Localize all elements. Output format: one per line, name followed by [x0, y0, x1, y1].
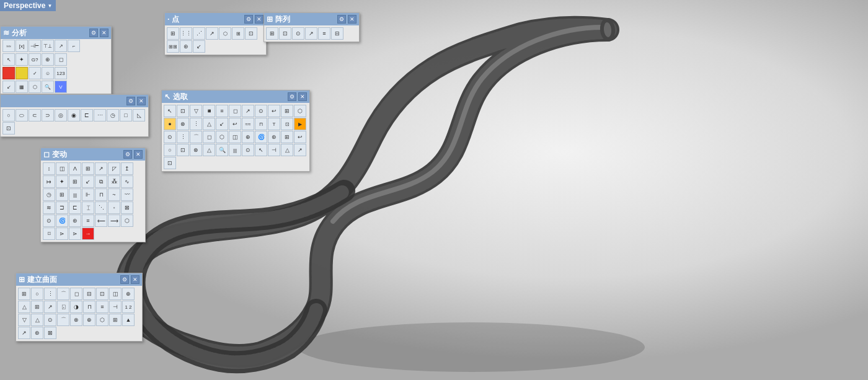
tool-sel-18[interactable]: ≈≈: [242, 118, 254, 130]
tool-t-18[interactable]: ⊩: [82, 188, 94, 201]
tool-surf-18[interactable]: 1 2: [122, 301, 135, 313]
tool-surf-1[interactable]: ⊞: [18, 288, 30, 300]
tool-surf-5[interactable]: ◻: [70, 288, 82, 300]
tool-analyze-17[interactable]: ⬡: [29, 81, 41, 93]
tool-p-3[interactable]: ⋰: [193, 27, 205, 40]
tool-surf-16[interactable]: ≡: [96, 301, 108, 313]
tool-sel-10[interactable]: ⊞: [281, 105, 293, 117]
tool-analyze-4[interactable]: ⊤⊥: [42, 40, 54, 52]
tool-surf-25[interactable]: ⬡: [96, 314, 108, 326]
tool-p-4[interactable]: ↗: [206, 27, 218, 40]
tool-t-23[interactable]: ⊐: [56, 201, 68, 214]
tool-s-9[interactable]: ◷: [107, 109, 119, 122]
tool-sel-19[interactable]: ⊓: [255, 118, 267, 130]
second-close-button[interactable]: ✕: [137, 97, 146, 105]
tool-t-30[interactable]: 🌀: [56, 214, 68, 227]
tool-surf-2[interactable]: ○: [31, 288, 43, 300]
tool-surf-22[interactable]: ⌒: [57, 314, 69, 326]
tool-sel-7[interactable]: ↗: [242, 105, 254, 117]
analyze-close-button[interactable]: ✕: [100, 29, 108, 37]
tool-arr-5[interactable]: ≡: [318, 27, 330, 40]
transform-close-button[interactable]: ✕: [134, 150, 143, 159]
tool-surf-20[interactable]: △: [31, 314, 43, 326]
tool-sel-11[interactable]: ⬡: [294, 105, 306, 117]
tool-surf-21[interactable]: ⊙: [44, 314, 56, 326]
tool-sel-33[interactable]: ↩: [294, 131, 306, 143]
tool-analyze-9[interactable]: G?: [29, 53, 41, 66]
tool-sel-37[interactable]: △: [203, 144, 215, 156]
tool-t-34[interactable]: ⟶: [108, 214, 120, 227]
tool-sel-43[interactable]: △: [281, 144, 293, 156]
tool-t-32[interactable]: ≡: [82, 214, 94, 227]
tool-sel-38[interactable]: 🔍: [216, 144, 228, 156]
tool-sel-1[interactable]: ↖: [164, 105, 176, 117]
tool-arr-3[interactable]: ⊙: [292, 27, 304, 40]
tool-sel-9[interactable]: ↩: [268, 105, 280, 117]
transform-gear-button[interactable]: ⚙: [123, 150, 132, 159]
point-gear-button[interactable]: ⚙: [244, 15, 253, 24]
tool-sel-32[interactable]: ⊞: [281, 131, 293, 143]
tool-sel-13[interactable]: ⊗: [177, 118, 189, 130]
tool-sel-4[interactable]: ◾: [203, 105, 215, 117]
tool-t-22[interactable]: ≋: [43, 201, 55, 214]
tool-p-7[interactable]: ⊡: [245, 27, 257, 40]
tool-surf-29[interactable]: ⊛: [31, 327, 43, 339]
tool-sel-5[interactable]: ≡: [216, 105, 228, 117]
tool-surf-26[interactable]: ⊞: [109, 314, 122, 326]
point-close-button[interactable]: ✕: [255, 15, 264, 24]
tool-sel-25[interactable]: ⌒: [190, 131, 202, 143]
tool-arr-2[interactable]: ⊡: [279, 27, 291, 40]
tool-sel-31[interactable]: ⊛: [268, 131, 280, 143]
tool-surf-27[interactable]: ▲: [122, 314, 135, 326]
tool-s-6[interactable]: ◉: [68, 109, 80, 122]
select-close-button[interactable]: ✕: [298, 92, 307, 101]
tool-surf-12[interactable]: ↗: [44, 301, 56, 313]
tool-t-25[interactable]: ⌶: [82, 201, 94, 214]
tool-sel-28[interactable]: ◫: [229, 131, 241, 143]
tool-t-2[interactable]: ◫: [56, 162, 68, 175]
tool-t-15[interactable]: ◷: [43, 188, 55, 201]
tool-t-37[interactable]: ⋗: [56, 228, 68, 240]
tool-sel-44[interactable]: ↗: [294, 144, 306, 156]
tool-sel-12[interactable]: ●: [164, 118, 176, 130]
tool-sel-6[interactable]: ◻: [229, 105, 241, 117]
tool-sel-2[interactable]: ⊡: [177, 105, 189, 117]
tool-sel-30[interactable]: 🌀: [255, 131, 267, 143]
tool-analyze-15[interactable]: ↙: [2, 81, 15, 93]
tool-surf-10[interactable]: △: [18, 301, 30, 313]
tool-t-14[interactable]: ∿: [121, 175, 133, 188]
tool-sel-15[interactable]: △: [203, 118, 215, 130]
tool-sel-26[interactable]: ◻: [203, 131, 215, 143]
tool-t-12[interactable]: ⧉: [95, 175, 107, 188]
tool-sel-34[interactable]: ○: [164, 144, 176, 156]
tool-t-21[interactable]: 〰: [121, 188, 133, 201]
tool-surf-9[interactable]: ⊕: [122, 288, 135, 300]
tool-t-36[interactable]: ⌑: [43, 228, 55, 240]
tool-sel-21[interactable]: ⊡: [281, 118, 293, 130]
tool-p-2[interactable]: ⋮⋮: [180, 27, 192, 40]
tool-analyze-12[interactable]: ✓: [29, 67, 41, 79]
tool-analyze-2[interactable]: [x]: [16, 40, 28, 52]
tool-analyze-16[interactable]: ▦: [16, 81, 28, 93]
tool-t-5[interactable]: ↗: [95, 162, 107, 175]
tool-sel-24[interactable]: ⋮: [177, 131, 189, 143]
tool-surf-24[interactable]: ⊕: [83, 314, 95, 326]
tool-s-11[interactable]: ◺: [133, 109, 145, 122]
tool-sel-23[interactable]: ⊙: [164, 131, 176, 143]
tool-sel-17[interactable]: ↩: [229, 118, 241, 130]
tool-analyze-5[interactable]: ↗: [55, 40, 67, 52]
tool-t-9[interactable]: ✦: [56, 175, 68, 188]
array-close-button[interactable]: ✕: [348, 15, 356, 24]
tool-analyze-8[interactable]: ✦: [16, 53, 28, 66]
tool-analyze-color2[interactable]: [16, 67, 28, 79]
tool-t-19[interactable]: ⊓: [95, 188, 107, 201]
tool-t-3[interactable]: Λ: [69, 162, 81, 175]
second-gear-button[interactable]: ⚙: [126, 97, 135, 105]
tool-t-7[interactable]: ↥: [121, 162, 133, 175]
tool-analyze-1[interactable]: ≈≈: [2, 40, 15, 52]
tool-sel-20[interactable]: T: [268, 118, 280, 130]
tool-analyze-19[interactable]: V: [55, 81, 67, 93]
tool-surf-23[interactable]: ⊗: [70, 314, 82, 326]
tool-arr-1[interactable]: ⊞: [266, 27, 278, 40]
tool-surf-28[interactable]: ↗: [18, 327, 30, 339]
